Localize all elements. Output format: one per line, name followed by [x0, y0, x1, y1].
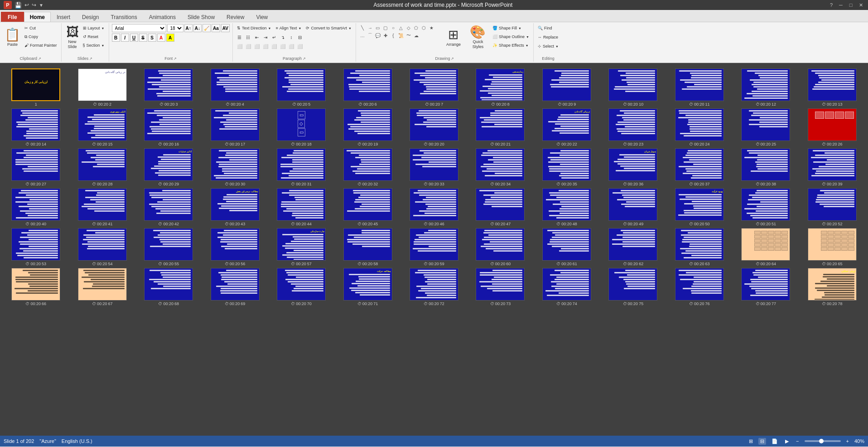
highlight-button[interactable]: A [166, 34, 174, 42]
qat-undo[interactable]: ↩ [24, 2, 29, 8]
slide-thumb[interactable]: ⏱00:2056 [203, 228, 267, 266]
slide-thumb[interactable]: ⏱00:206 [335, 68, 400, 107]
slide-thumb[interactable]: ⏱00:2027 [4, 148, 68, 186]
slide-thumb[interactable]: چارت سازمانی⏱00:2057 [269, 228, 333, 266]
slide-thumb[interactable]: ⏱00:2075 [601, 268, 665, 306]
para-extra3[interactable]: ⬜ [287, 42, 295, 50]
slide-thumb[interactable]: ⏱00:2041 [70, 188, 134, 226]
shape-rounded-rect[interactable]: ▢ [382, 24, 389, 31]
dec-indent-button[interactable]: ⇤ [253, 33, 261, 41]
para-extra1[interactable]: ⬜ [270, 42, 278, 50]
slide-thumb[interactable]: ⏱00:2045 [335, 188, 400, 226]
shape-cloud[interactable]: ☁ [413, 32, 420, 39]
new-slide-button[interactable]: 🖼 New Slide [64, 24, 81, 51]
font-size-dropdown[interactable]: 18 [167, 24, 183, 32]
tab-insert[interactable]: Insert [51, 12, 76, 22]
slide-thumb[interactable]: ⏱00:2062 [601, 228, 665, 266]
tab-transitions[interactable]: Transitions [105, 12, 143, 22]
line-spacing-button[interactable]: ↕ [287, 33, 295, 41]
ltr-button[interactable]: ↴ [279, 33, 287, 41]
bold-button[interactable]: B [112, 34, 120, 42]
slide-thumb[interactable]: نمودار جریان⏱00:2036 [601, 148, 665, 186]
font-name-dropdown[interactable]: Arial [112, 24, 166, 32]
zoom-in-btn[interactable]: + [844, 438, 851, 444]
slide-thumb[interactable]: ارزیابی کار و زمان1 [4, 68, 68, 107]
shape-scroll[interactable]: 📜 [397, 32, 405, 39]
columns-button[interactable]: ⊟ [296, 33, 304, 41]
slide-thumb[interactable]: ⏱00:209 [535, 68, 599, 107]
increase-font-size-button[interactable]: A↑ [184, 24, 193, 32]
slide-thumb[interactable]: ⏱00:205 [269, 68, 333, 107]
slide-thumb[interactable]: ⏱00:207 [402, 68, 466, 107]
slide-thumb[interactable]: ⏱00:2070 [269, 268, 333, 306]
underline-button[interactable]: U [130, 34, 138, 42]
rtl-button[interactable]: ↵ [270, 33, 278, 41]
shadow-button[interactable]: S [148, 34, 156, 42]
slide-thumb[interactable]: ⏱00:2021 [468, 108, 532, 146]
slide-thumb[interactable]: ⏱00:2014 [4, 108, 68, 146]
layout-button[interactable]: ⊞ Layout ▼ [82, 24, 106, 32]
slide-panel[interactable]: ارزیابی کار و زمان1در زیانی گاه دادن⏱00:… [0, 63, 868, 436]
slide-thumb[interactable]: مطالب درسی این بخش⏱00:2043 [203, 188, 267, 226]
font-color-button[interactable]: A [157, 34, 165, 42]
slide-thumb[interactable]: ⏱00:2042 [136, 188, 201, 226]
cut-button[interactable]: ✂ Cut [23, 24, 58, 32]
slide-sorter-btn[interactable]: ⊟ [758, 438, 766, 445]
slide-thumb[interactable]: ⏱00:2019 [335, 108, 400, 146]
clear-formatting-button[interactable]: 🧹 [203, 24, 211, 32]
paste-button[interactable]: 📋 Paste [3, 24, 22, 51]
normal-view-btn[interactable]: ⊞ [747, 438, 755, 445]
shape-oval[interactable]: ○ [390, 24, 397, 31]
align-left-button[interactable]: ⬜ [236, 42, 244, 50]
slide-thumb[interactable]: ⏱00:2054 [70, 228, 134, 266]
shape-wave[interactable]: 〜 [405, 32, 412, 39]
slide-thumb[interactable]: ⏱00:2024 [667, 108, 732, 146]
slide-thumb[interactable]: ⏱00:2026 [800, 108, 864, 146]
tab-view[interactable]: View [250, 12, 274, 22]
shape-pentagon[interactable]: ⬠ [413, 24, 420, 31]
slide-thumb[interactable]: ⏱00:2059 [402, 228, 466, 266]
slide-thumb[interactable]: ⏱00:2073 [468, 268, 532, 306]
slide-thumb[interactable]: ⏱00:2017 [203, 108, 267, 146]
align-center-button[interactable]: ⬜ [244, 42, 252, 50]
slide-thumb[interactable]: ارزیابی عملکرد⏱00:2078 [800, 268, 864, 306]
slide-thumb[interactable]: ⏱00:2077 [733, 268, 798, 306]
reading-view-btn[interactable]: 📄 [770, 438, 780, 445]
shape-connector[interactable]: ⌒ [366, 32, 374, 39]
slide-thumb[interactable]: در زیانی گاه دادن⏱00:2022 [535, 108, 599, 146]
decrease-font-size-button[interactable]: A↓ [193, 24, 202, 32]
slide-thumb[interactable]: ⏱00:2076 [667, 268, 732, 306]
tab-home[interactable]: Home [24, 12, 51, 22]
slide-thumb[interactable]: ⏱00:203 [136, 68, 201, 107]
shape-brace[interactable]: { [390, 32, 397, 39]
slide-thumb[interactable]: ⏱00:2060 [468, 228, 532, 266]
slide-thumb[interactable]: ⏱00:2067 [70, 268, 134, 306]
char-spacing-button[interactable]: AV [221, 24, 230, 32]
slide-thumb[interactable]: ⏱00:2039 [800, 148, 864, 186]
section-button[interactable]: § Section ▼ [82, 41, 106, 49]
inc-indent-button[interactable]: ⇥ [261, 33, 270, 41]
qat-save[interactable]: 💾 [14, 2, 22, 9]
para-extra4[interactable]: ⬜ [296, 42, 304, 50]
shape-cross[interactable]: ✚ [382, 32, 389, 39]
slide-thumb[interactable]: بهبود فرآیند⏱00:2050 [667, 188, 732, 226]
shape-callout[interactable]: 💬 [374, 32, 381, 39]
shape-star[interactable]: ★ [428, 24, 435, 31]
slide-thumb[interactable]: زمان‌سنجی⏱00:208 [468, 68, 532, 107]
quick-styles-button[interactable]: 🎨 Quick Styles [467, 24, 489, 51]
slide-thumb[interactable]: ⏱00:2013 [800, 68, 864, 107]
tab-animations[interactable]: Animations [143, 12, 182, 22]
slide-thumb[interactable]: ⏱00:2020 [402, 108, 466, 146]
shape-outline-button[interactable]: ⬜ Shape Outline ▼ [491, 33, 530, 41]
shape-arrow[interactable]: → [366, 24, 374, 31]
italic-button[interactable]: I [121, 34, 129, 42]
slide-thumb[interactable]: ⏱00:2055 [136, 228, 201, 266]
tab-review[interactable]: Review [221, 12, 250, 22]
para-extra2[interactable]: ⬜ [279, 42, 287, 50]
slide-thumb[interactable]: ⏱00:2044 [269, 188, 333, 226]
shape-fill-button[interactable]: 🪣 Shape Fill ▼ [491, 24, 530, 32]
slideshow-btn[interactable]: ▶ [783, 438, 791, 445]
format-painter-button[interactable]: 🖌 Format Painter [23, 41, 58, 49]
qat-redo[interactable]: ↪ [32, 2, 36, 8]
tab-slideshow[interactable]: Slide Show [182, 12, 221, 22]
